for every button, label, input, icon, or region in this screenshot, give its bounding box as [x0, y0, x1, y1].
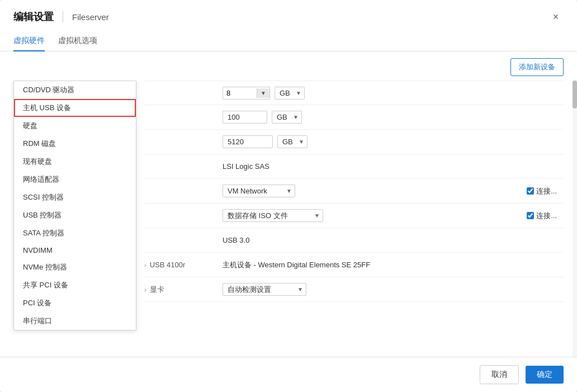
toolbar: 添加新设备 — [0, 51, 577, 81]
table-row: › USB 4100r 主机设备 - Western Digital Eleme… — [144, 253, 564, 277]
usb-device-text: 主机设备 - Western Digital Elements SE 25FF — [223, 260, 370, 270]
disk-size-arrow-1[interactable]: ▼ — [257, 88, 269, 98]
scrollbar-track — [573, 81, 577, 357]
row-content-2: GBMB ▼ — [223, 111, 564, 124]
dropdown-item-sata[interactable]: SATA 控制器 — [14, 224, 136, 242]
disk-size-field-2[interactable] — [223, 111, 267, 124]
row-content-7: USB 3.0 — [223, 236, 564, 244]
usb-device-label: USB 4100r — [150, 261, 186, 269]
usb-version-text: USB 3.0 — [223, 236, 249, 244]
dialog-header: 编辑设置 Fileserver × — [0, 0, 577, 25]
row-label-9[interactable]: › 显卡 — [144, 285, 223, 295]
tab-vm-options[interactable]: 虚拟机选项 — [58, 31, 97, 51]
connect-check-2[interactable] — [527, 212, 534, 219]
dialog-subtitle: Fileserver — [72, 12, 109, 22]
dropdown-item-nvdimm[interactable]: NVDIMM — [14, 242, 136, 258]
connect-checkbox-1: 连接... — [527, 186, 557, 196]
connect-label-2: 连接... — [536, 211, 557, 221]
confirm-button[interactable]: 确定 — [526, 366, 564, 384]
dropdown-item-rdm[interactable]: RDM 磁盘 — [14, 135, 136, 153]
connect-checkbox-2: 连接... — [527, 211, 557, 221]
expand-arrow-8: › — [144, 262, 146, 268]
dropdown-item-harddisk[interactable]: 硬盘 — [14, 117, 136, 135]
connect-check-1[interactable] — [527, 187, 534, 195]
row-content-9: 自动检测设置 ▼ — [223, 283, 564, 296]
close-button[interactable]: × — [548, 9, 564, 25]
table-row: 数据存储 ISO 文件 ▼ 连接... — [144, 204, 564, 228]
dropdown-item-shared-pci[interactable]: 共享 PCI 设备 — [14, 276, 136, 294]
row-content-3: GBMB ▼ — [223, 135, 564, 148]
cancel-button[interactable]: 取消 — [480, 365, 519, 384]
settings-table: ▼ GBMB ▼ GBMB ▼ — [140, 81, 577, 357]
dropdown-item-network-adapter[interactable]: 网络适配器 — [14, 171, 136, 188]
table-row: › 显卡 自动检测设置 ▼ — [144, 277, 564, 302]
tab-virtual-hardware[interactable]: 虚拟硬件 — [13, 31, 45, 51]
row-content-5: VM Network ▼ 连接... — [223, 185, 564, 197]
table-row: LSI Logic SAS — [144, 154, 564, 179]
display-card-label: 显卡 — [150, 285, 164, 295]
dropdown-item-pci[interactable]: PCI 设备 — [14, 294, 136, 312]
dropdown-item-usb[interactable]: 主机 USB 设备 — [14, 99, 136, 117]
dialog-body: 添加新设备 CD/DVD 驱动器 主机 USB 设备 硬盘 RDM 磁盘 现有硬… — [0, 51, 577, 357]
disk-size-field-3[interactable] — [223, 135, 273, 148]
disk-unit-select-2[interactable]: GBMB ▼ — [272, 111, 302, 124]
table-row: GBMB ▼ — [144, 130, 564, 154]
table-row: USB 3.0 — [144, 228, 564, 253]
disk-unit-select-1[interactable]: GBMB ▼ — [275, 87, 305, 100]
scsi-controller-text: LSI Logic SAS — [223, 162, 269, 171]
disk-size-field-1[interactable] — [223, 87, 257, 99]
add-device-dropdown: CD/DVD 驱动器 主机 USB 设备 硬盘 RDM 磁盘 现有硬盘 网络适配… — [13, 81, 136, 330]
dropdown-item-usb-controller[interactable]: USB 控制器 — [14, 206, 136, 224]
edit-settings-dialog: 编辑设置 Fileserver × 虚拟硬件 虚拟机选项 添加新设备 CD/DV… — [0, 0, 577, 392]
add-device-button[interactable]: 添加新设备 — [510, 58, 564, 76]
row-content-6: 数据存储 ISO 文件 ▼ 连接... — [223, 209, 564, 222]
table-row: ▼ GBMB ▼ — [144, 81, 564, 105]
display-detect-select[interactable]: 自动检测设置 ▼ — [223, 283, 306, 296]
row-content-1: ▼ GBMB ▼ — [223, 87, 564, 100]
content-area: CD/DVD 驱动器 主机 USB 设备 硬盘 RDM 磁盘 现有硬盘 网络适配… — [0, 81, 577, 357]
tab-bar: 虚拟硬件 虚拟机选项 — [0, 31, 577, 51]
expand-arrow-9: › — [144, 286, 146, 293]
row-content-4: LSI Logic SAS — [223, 162, 564, 171]
disk-unit-select-3[interactable]: GBMB ▼ — [277, 135, 308, 148]
table-row: VM Network ▼ 连接... — [144, 179, 564, 204]
row-content-8: 主机设备 - Western Digital Elements SE 25FF — [223, 260, 564, 270]
network-select-1[interactable]: VM Network ▼ — [223, 185, 295, 197]
dropdown-item-existing-disk[interactable]: 现有硬盘 — [14, 153, 136, 171]
scrollbar-thumb[interactable] — [573, 81, 577, 108]
disk-size-input-1[interactable]: ▼ — [223, 87, 270, 100]
dialog-footer: 取消 确定 — [0, 357, 577, 392]
row-label-8[interactable]: › USB 4100r — [144, 261, 223, 269]
dropdown-item-scsi[interactable]: SCSI 控制器 — [14, 188, 136, 206]
dialog-title: 编辑设置 — [13, 10, 54, 23]
dropdown-item-nvme[interactable]: NVMe 控制器 — [14, 258, 136, 276]
header-divider — [63, 11, 63, 22]
table-row: GBMB ▼ — [144, 105, 564, 130]
connect-label-1: 连接... — [536, 186, 557, 196]
dropdown-item-serial[interactable]: 串行端口 — [14, 312, 136, 330]
datastore-select[interactable]: 数据存储 ISO 文件 ▼ — [223, 209, 323, 222]
dropdown-item-cddvd[interactable]: CD/DVD 驱动器 — [14, 81, 136, 99]
